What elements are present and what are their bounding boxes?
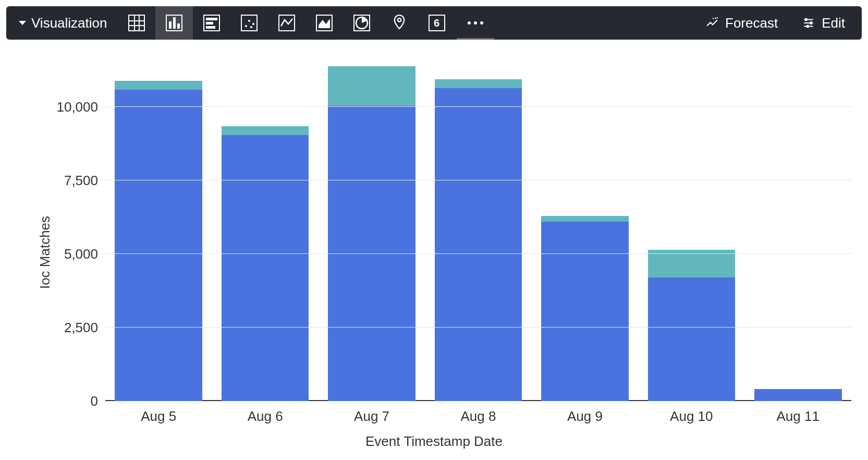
chart-area: Ioc Matches 02,5005,0007,50010,000 Aug 5…: [6, 54, 862, 451]
gridline: [105, 253, 851, 254]
bar-chart-icon: [203, 15, 220, 31]
gridline: [105, 180, 851, 180]
bar-segment-series1: [541, 222, 629, 401]
x-tick-label: Aug 6: [212, 408, 318, 425]
more-viz-button[interactable]: [457, 6, 494, 40]
y-tick-label: 0: [91, 393, 98, 409]
viz-btn-line-chart-icon[interactable]: [268, 6, 305, 40]
y-tick-label: 2,500: [64, 320, 98, 336]
x-tick-label: Aug 7: [319, 408, 425, 425]
bar-segment-series2: [115, 81, 202, 90]
viz-type-buttons: 6: [118, 6, 456, 40]
more-viz-wrap: [457, 6, 494, 40]
stacked-bar[interactable]: [435, 79, 522, 401]
x-tick-label: Aug 9: [532, 408, 638, 425]
stacked-bar[interactable]: [328, 66, 415, 401]
viz-btn-pie-chart-icon[interactable]: [343, 6, 381, 40]
dropdown-caret-icon: [19, 21, 26, 25]
x-tick-label: Aug 8: [425, 408, 531, 425]
visualization-label: Visualization: [31, 15, 107, 31]
viz-btn-column-chart-icon[interactable]: [155, 6, 193, 40]
svg-marker-0: [319, 19, 330, 28]
bar-segment-series1: [222, 135, 309, 401]
x-tick-label: Aug 11: [745, 408, 851, 425]
bar-segment-series2: [435, 79, 522, 88]
gridline: [105, 106, 851, 107]
svg-rect-3: [805, 18, 807, 20]
stacked-bar[interactable]: [754, 389, 842, 401]
scatter-chart-icon: [241, 15, 258, 31]
viz-btn-area-chart-icon[interactable]: [305, 6, 343, 40]
viz-btn-map-pin-icon[interactable]: [381, 6, 418, 40]
y-tick-label: 7,500: [64, 173, 98, 189]
bar-segment-series1: [754, 389, 842, 401]
viz-btn-scatter-chart-icon[interactable]: [230, 6, 268, 40]
sliders-icon: [802, 16, 815, 30]
table-icon: [128, 15, 145, 31]
viz-btn-table-icon[interactable]: [118, 6, 155, 40]
x-tick-label: Aug 5: [105, 408, 212, 425]
y-axis-label: Ioc Matches: [37, 216, 53, 289]
plot-region[interactable]: 02,5005,0007,50010,000: [105, 54, 851, 401]
forecast-icon: [705, 16, 719, 30]
y-tick-label: 10,000: [56, 99, 98, 115]
y-tick-label: 5,000: [64, 246, 98, 262]
stacked-bar[interactable]: [115, 81, 202, 401]
bar-segment-series1: [115, 90, 202, 401]
stacked-bar[interactable]: [648, 250, 736, 401]
visualization-dropdown[interactable]: Visualization: [11, 6, 117, 40]
bar-segment-series1: [435, 88, 522, 401]
svg-point-2: [397, 18, 400, 21]
svg-rect-5: [807, 25, 809, 27]
viz-btn-bar-chart-icon[interactable]: [193, 6, 230, 40]
bar-segment-series1: [648, 277, 736, 401]
x-axis-label: Event Timestamp Date: [6, 433, 862, 450]
stacked-bar[interactable]: [541, 216, 629, 401]
more-underline: [457, 38, 494, 40]
edit-label: Edit: [822, 15, 845, 31]
bar-segment-series2: [328, 66, 415, 106]
single-value-icon: 6: [429, 15, 445, 31]
forecast-button[interactable]: Forecast: [694, 6, 789, 40]
pie-chart-icon: [353, 15, 370, 31]
visualization-toolbar: Visualization 6 Forecast Ed: [6, 6, 862, 40]
viz-btn-single-value-icon[interactable]: 6: [418, 6, 456, 40]
gridline: [105, 327, 851, 328]
edit-button[interactable]: Edit: [790, 6, 857, 40]
map-pin-icon: [394, 14, 405, 32]
x-tick-label: Aug 10: [638, 408, 744, 425]
bar-segment-series2: [222, 126, 309, 135]
line-chart-icon: [278, 15, 295, 31]
column-chart-icon: [166, 15, 182, 31]
area-chart-icon: [316, 15, 333, 31]
bar-segment-series2: [541, 216, 629, 222]
svg-rect-4: [810, 22, 812, 24]
x-ticks: Aug 5Aug 6Aug 7Aug 8Aug 9Aug 10Aug 11: [105, 408, 851, 425]
forecast-label: Forecast: [725, 15, 778, 31]
stacked-bar[interactable]: [222, 126, 309, 401]
